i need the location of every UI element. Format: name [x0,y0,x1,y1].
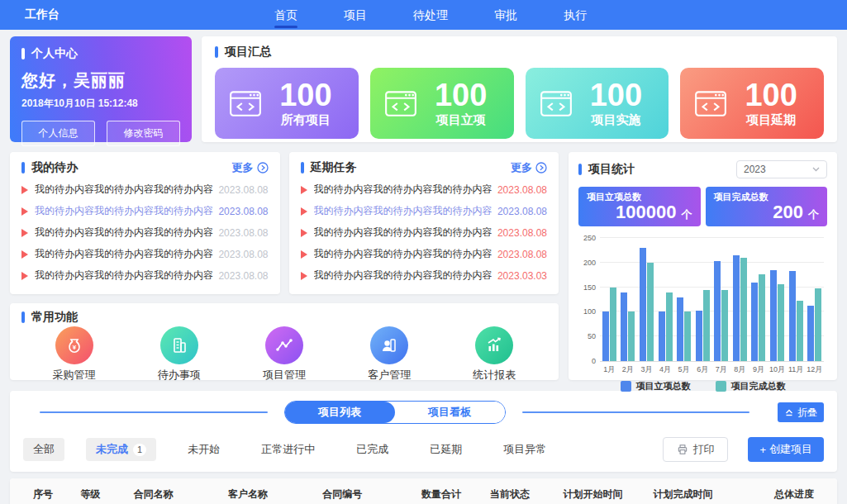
nav-item-projects[interactable]: 项目 [342,2,369,28]
flag-triangle-icon [21,229,28,237]
project-statistics-title: 项目统计 [578,162,635,177]
col-index[interactable]: 序号 [33,487,80,502]
collapse-label: 折叠 [797,406,817,420]
col-customer-name[interactable]: 客户名称 [228,487,322,502]
delayed-item-highlighted[interactable]: 我的待办内容我的待办内容我的待办内容 2023.08.08 [301,204,548,218]
function-label: 采购管理 [29,368,120,383]
summary-card-project-implementation[interactable]: 100 项目实施 [526,68,669,139]
year-select[interactable]: 2023 [736,160,827,178]
x-axis-label: 10月 [768,364,787,375]
bar-7月-series1 [721,290,728,361]
delayed-item[interactable]: 我的待办内容我的待办内容我的待办内容 2023.08.08 [301,247,548,261]
my-todos-more-link[interactable]: 更多 [232,160,269,175]
bar-9月-series1 [759,274,765,361]
filter-delayed[interactable]: 已延期 [420,438,472,461]
create-project-button[interactable]: + 创建项目 [748,437,824,462]
my-todos-title-text: 我的待办 [31,160,78,175]
legend-label: 项目立项总数 [636,380,691,392]
todo-text: 我的待办内容我的待办内容我的待办内容 [35,269,218,283]
delayed-tasks-panel: 延期任务 更多 我的待办内容我的待办内容我的待办内容 2023.08.08 [289,152,559,294]
col-contract-name[interactable]: 合同名称 [134,487,228,502]
title-bar-decoration [21,311,25,323]
bar-11月-series1 [797,301,803,361]
filter-completed[interactable]: 已完成 [346,438,398,461]
personal-info-button[interactable]: 个人信息 [21,121,95,146]
delayed-tasks-more-link[interactable]: 更多 [511,160,547,175]
bar-1月-series1 [610,288,616,361]
personal-center-title-text: 个人中心 [31,46,78,61]
filter-incomplete[interactable]: 未完成 1 [86,438,156,461]
function-todos[interactable]: 待办事项 [134,326,225,383]
legend-swatch-blue [621,381,631,392]
summary-card-project-delayed[interactable]: 100 项目延期 [680,68,824,139]
col-current-status[interactable]: 当前状态 [490,487,563,502]
delayed-text: 我的待办内容我的待办内容我的待办内容 [314,183,497,197]
col-quantity-total[interactable]: 数量合计 [421,487,490,502]
y-axis-tick: 200 [583,259,596,267]
x-axis-label: 12月 [805,364,824,375]
more-label: 更多 [511,160,532,175]
stat-value: 100000 [616,202,676,222]
col-contract-no[interactable]: 合同编号 [322,487,421,502]
change-password-button[interactable]: 修改密码 [107,121,180,146]
tab-project-board[interactable]: 项目看板 [395,402,505,423]
create-project-label: 创建项目 [769,442,812,457]
summary-count: 100 [728,79,814,111]
filter-not-started[interactable]: 未开始 [178,438,230,461]
todo-item[interactable]: 我的待办内容我的待办内容我的待办内容 2023.08.08 [21,269,269,283]
print-button[interactable]: 打印 [663,437,728,462]
summary-card-project-initiation[interactable]: 100 项目立项 [370,68,514,139]
tab-project-list[interactable]: 项目列表 [285,402,395,423]
todo-date: 2023.08.08 [218,184,268,196]
col-plan-start[interactable]: 计划开始时间 [563,487,653,502]
todo-item[interactable]: 我的待办内容我的待办内容我的待办内容 2023.08.08 [21,247,269,261]
delayed-item[interactable]: 我的待办内容我的待办内容我的待办内容 2023.08.08 [301,183,548,197]
function-label: 项目管理 [239,368,330,383]
legend-item-completed[interactable]: 项目完成总数 [716,380,786,392]
todo-item[interactable]: 我的待办内容我的待办内容我的待办内容 2023.08.08 [21,226,269,240]
todo-item-highlighted[interactable]: 我的待办内容我的待办内容我的待办内容 2023.08.08 [21,204,269,218]
bar-group-10月 [768,238,787,361]
legend-item-initiated[interactable]: 项目立项总数 [621,380,691,392]
svg-text:¥: ¥ [72,344,76,351]
title-bar-decoration [301,162,304,174]
collapse-button[interactable]: 折叠 [778,402,824,422]
x-axis-label: 9月 [749,364,768,375]
flag-triangle-icon [21,186,28,194]
chart-plot [600,238,824,361]
filter-all[interactable]: 全部 [23,438,64,461]
common-functions-panel: 常用功能 ¥ 采购管理 待办事项 [10,303,559,380]
function-procurement[interactable]: ¥ 采购管理 [29,326,120,383]
personal-center-card: 个人中心 您好，吴丽丽 2018年10月10日 15:12:48 个人信息 修改… [10,36,192,142]
function-reports[interactable]: 统计报表 [449,326,540,383]
delayed-tasks-title-text: 延期任务 [311,160,357,175]
todo-item[interactable]: 我的待办内容我的待办内容我的待办内容 2023.08.08 [21,183,269,197]
bar-group-4月 [656,238,675,361]
x-axis-label: 7月 [711,364,730,375]
function-project-management[interactable]: 项目管理 [239,326,330,383]
col-overall-progress[interactable]: 总体进度 [752,487,814,502]
bar-4月-series0 [659,311,665,361]
nav-item-execute[interactable]: 执行 [562,2,588,28]
nav-item-approval[interactable]: 审批 [492,2,519,28]
nav-item-home[interactable]: 首页 [273,2,299,28]
col-level[interactable]: 等级 [80,487,133,502]
bar-10月-series1 [778,284,784,361]
user-greeting: 您好，吴丽丽 [21,69,180,92]
summary-card-all-projects[interactable]: 100 所有项目 [215,68,359,139]
delayed-item[interactable]: 我的待办内容我的待办内容我的待办内容 2023.03.03 [301,269,548,283]
window-code-icon [383,86,418,121]
project-summary-title: 项目汇总 [215,45,824,59]
y-axis-tick: 0 [592,357,596,365]
filter-in-progress[interactable]: 正常进行中 [251,438,325,461]
project-summary-title-text: 项目汇总 [225,45,271,59]
function-customer-management[interactable]: 客户管理 [344,326,435,383]
delayed-item[interactable]: 我的待办内容我的待办内容我的待办内容 2023.08.08 [301,226,548,240]
filter-abnormal[interactable]: 项目异常 [493,438,556,461]
delayed-tasks-title: 延期任务 [301,160,357,175]
nav-item-pending[interactable]: 待处理 [412,2,450,28]
delayed-text: 我的待办内容我的待办内容我的待办内容 [314,204,497,218]
todo-text: 我的待办内容我的待办内容我的待办内容 [35,204,218,218]
bar-chart-trend-icon [475,326,513,364]
col-plan-finish[interactable]: 计划完成时间 [654,487,753,502]
